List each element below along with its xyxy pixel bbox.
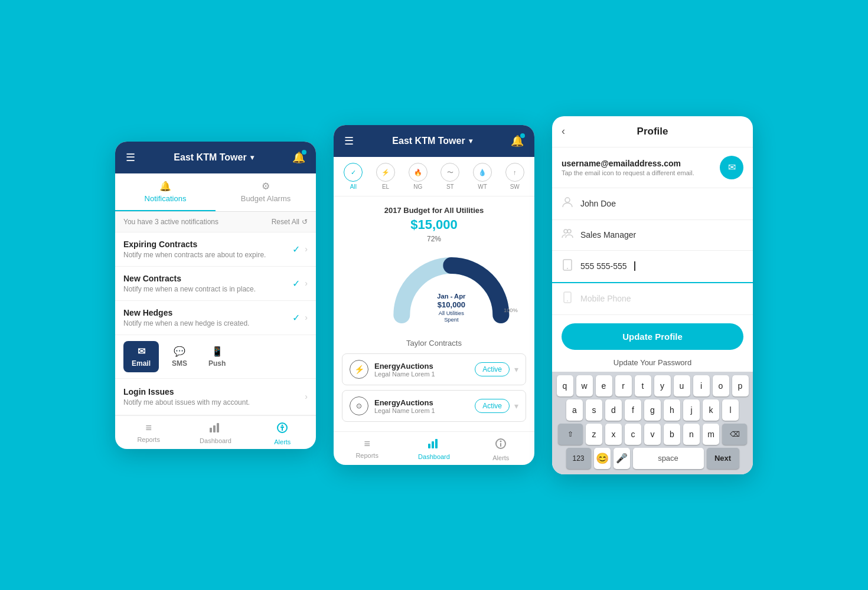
filter-ng[interactable]: 🔥 NG — [403, 163, 433, 190]
filter-st-circle: 〜 — [440, 163, 459, 182]
notif-new-contracts[interactable]: New Contracts Notify me when a new contr… — [115, 267, 316, 301]
key-z[interactable]: z — [586, 424, 602, 445]
key-h[interactable]: h — [664, 399, 680, 421]
bell-icon[interactable]: 🔔 — [292, 151, 305, 164]
keyboard-row-3: ⇧ z x c v b n m ⌫ — [554, 424, 750, 445]
filter-st[interactable]: 〜 ST — [435, 163, 465, 190]
channel-sms[interactable]: 💬 SMS — [164, 341, 195, 372]
nav-dashboard-1[interactable]: Dashboard — [182, 422, 249, 445]
menu-icon[interactable]: ☰ — [126, 151, 135, 164]
name-field: John Doe — [552, 188, 753, 220]
mobile-field[interactable]: Mobile Phone — [552, 283, 753, 315]
nav-reports-2[interactable]: ≡ Reports — [334, 438, 400, 461]
filter-el[interactable]: ⚡ EL — [371, 163, 401, 190]
reset-all-button[interactable]: Reset All ↺ — [272, 218, 308, 226]
key-g[interactable]: g — [644, 399, 661, 421]
bottom-nav-2: ≡ Reports Dashboard — [334, 431, 534, 465]
key-j[interactable]: j — [683, 399, 700, 421]
key-v[interactable]: v — [644, 424, 661, 445]
contracts-section: Taylor Contracts ⚡ EnergyAuctions Legal … — [334, 334, 534, 431]
contract-sub-1: Legal Name Lorem 1 — [374, 407, 435, 414]
filter-wt[interactable]: 💧 WT — [468, 163, 498, 190]
key-k[interactable]: k — [703, 399, 719, 421]
nav-reports-1[interactable]: ≡ Reports — [115, 422, 182, 445]
key-shift[interactable]: ⇧ — [558, 424, 583, 445]
chevron-down-icon[interactable]: ▾ — [250, 153, 254, 162]
key-backspace[interactable]: ⌫ — [722, 424, 747, 445]
arrow-icon-0[interactable]: › — [305, 244, 308, 254]
menu-icon-2[interactable]: ☰ — [344, 135, 354, 148]
key-b[interactable]: b — [664, 424, 680, 445]
arrow-icon-2[interactable]: › — [305, 313, 308, 322]
key-123[interactable]: 123 — [566, 448, 591, 469]
bell-icon-2[interactable]: 🔔 — [511, 135, 524, 148]
channel-email[interactable]: ✉ Email — [123, 341, 159, 372]
update-password-link[interactable]: Update Your Password — [552, 353, 753, 372]
filter-tabs: ✓ All ⚡ EL 🔥 NG 〜 ST 💧 WT ↑ SW — [334, 157, 534, 196]
keyboard-row-2: a s d f g h j k l — [554, 399, 750, 421]
phone-field[interactable]: 555 555-555 — [552, 251, 753, 283]
key-c[interactable]: c — [625, 424, 641, 445]
expand-icon-0[interactable]: ▾ — [514, 365, 518, 374]
key-x[interactable]: x — [605, 424, 622, 445]
login-arrow-icon[interactable]: › — [305, 392, 308, 401]
email-icon-button[interactable]: ✉ — [720, 156, 743, 179]
nav-dashboard-2[interactable]: Dashboard — [400, 438, 467, 461]
next-button[interactable]: Next — [707, 448, 739, 469]
arrow-icon-1[interactable]: › — [305, 278, 308, 288]
back-button[interactable]: ‹ — [562, 125, 565, 137]
notif-expiring-contracts[interactable]: Expiring Contracts Notify me when contra… — [115, 232, 316, 267]
key-space[interactable]: space — [633, 448, 704, 469]
bottom-nav-1: ≡ Reports Dashboard — [115, 415, 316, 449]
key-d[interactable]: d — [605, 399, 622, 421]
nav-alerts-2[interactable]: Alerts — [468, 438, 534, 461]
key-s[interactable]: s — [586, 399, 602, 421]
contract-card-1[interactable]: ⊙ EnergyAuctions Legal Name Lorem 1 Acti… — [342, 390, 526, 422]
nav-alerts-1[interactable]: Alerts — [249, 422, 316, 445]
channel-push[interactable]: 📱 Push — [200, 341, 234, 372]
filter-sw[interactable]: ↑ SW — [500, 163, 530, 190]
filter-all[interactable]: ✓ All — [338, 163, 368, 190]
svg-rect-0 — [210, 428, 212, 432]
profile-title: Profile — [637, 126, 668, 137]
key-n[interactable]: n — [683, 424, 700, 445]
key-f[interactable]: f — [625, 399, 641, 421]
svg-rect-12 — [428, 444, 430, 448]
key-p[interactable]: p — [732, 375, 749, 396]
chevron-down-icon-2[interactable]: ▾ — [469, 137, 472, 145]
key-t[interactable]: t — [635, 375, 651, 396]
settings-tab-icon: ⚙ — [262, 181, 270, 192]
key-a[interactable]: a — [566, 399, 583, 421]
key-l[interactable]: l — [722, 399, 739, 421]
channel-selector: ✉ Email 💬 SMS 📱 Push — [115, 335, 316, 379]
expand-icon-1[interactable]: ▾ — [514, 401, 518, 411]
update-profile-button[interactable]: Update Profile — [562, 323, 743, 350]
contract-name-1: EnergyAuctions — [374, 398, 435, 407]
key-i[interactable]: i — [693, 375, 710, 396]
svg-point-16 — [500, 441, 502, 442]
key-e[interactable]: e — [596, 375, 612, 396]
contract-card-0[interactable]: ⚡ EnergyAuctions Legal Name Lorem 1 Acti… — [342, 353, 526, 385]
key-u[interactable]: u — [674, 375, 690, 396]
key-mic[interactable]: 🎤 — [614, 448, 630, 469]
check-icon-1[interactable]: ✓ — [292, 278, 300, 289]
bell-dot — [302, 150, 306, 155]
key-w[interactable]: w — [576, 375, 593, 396]
notif-new-hedges[interactable]: New Hedges Notify me when a new hedge is… — [115, 301, 316, 335]
tab-notifications[interactable]: 🔔 Notifications — [115, 173, 216, 211]
key-m[interactable]: m — [703, 424, 719, 445]
nav-reports-label-1: Reports — [137, 436, 160, 443]
email-address: username@emailaddress.com — [562, 159, 694, 168]
notifications-screen: ☰ East KTM Tower ▾ 🔔 🔔 Notifications ⚙ B… — [115, 142, 316, 449]
filter-wt-label: WT — [478, 183, 487, 190]
key-emoji[interactable]: 😊 — [594, 448, 611, 469]
key-q[interactable]: q — [557, 375, 573, 396]
key-r[interactable]: r — [615, 375, 632, 396]
check-icon-2[interactable]: ✓ — [292, 312, 300, 323]
check-icon-0[interactable]: ✓ — [292, 244, 300, 255]
tab-budget-alarms[interactable]: ⚙ Budget Alarms — [216, 173, 316, 211]
profile-screen: ‹ Profile username@emailaddress.com Tap … — [552, 116, 753, 474]
key-o[interactable]: o — [713, 375, 729, 396]
notif-login-issues[interactable]: Login Issues Notify me about issues with… — [115, 379, 316, 415]
key-y[interactable]: y — [654, 375, 671, 396]
